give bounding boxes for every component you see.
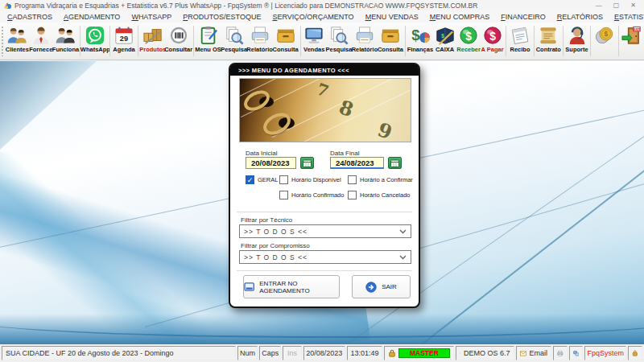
checkbox-unchecked-icon: [279, 191, 288, 200]
status-num-lock: Num: [237, 346, 258, 360]
status-printer[interactable]: [553, 346, 568, 360]
background-decoration: [419, 61, 644, 344]
svg-text:29: 29: [120, 35, 128, 43]
filtro-compromisso-label: Filtrar por Compromisso: [241, 242, 310, 249]
menu-estatistica[interactable]: ESTATISTICA: [609, 12, 644, 22]
toolbar-separator: [300, 26, 301, 56]
svg-text:$: $: [489, 30, 496, 43]
checkbox-horario-disponivel[interactable]: Horário Disponível: [279, 175, 341, 184]
receipt-icon: [510, 24, 530, 47]
network-monitor-icon: [573, 349, 580, 358]
status-network[interactable]: [569, 346, 584, 360]
filtro-compromisso-select[interactable]: >> T O D O S <<: [239, 250, 411, 264]
menu-produtos-estoque[interactable]: PRODUTOS/ESTOQUE: [177, 12, 266, 22]
barcode-circle-icon: [169, 24, 188, 47]
menu-relatorios[interactable]: RELATÓRIOS: [551, 12, 609, 22]
relatorio-os-button[interactable]: Relatório: [247, 23, 273, 60]
data-inicial-label: Data Inicial: [246, 150, 278, 157]
funcionarios-button[interactable]: Funciona: [52, 23, 78, 60]
suporte-button[interactable]: Suporte: [565, 23, 588, 60]
dialog-separator: [237, 270, 412, 272]
toolbar-separator: [590, 26, 591, 56]
padlock-icon: [632, 349, 638, 357]
vendas-button[interactable]: Vendas: [303, 23, 326, 60]
dialog-titlebar[interactable]: >>> MENU DO AGENDAMENTO <<<: [230, 64, 419, 76]
clientes-button[interactable]: Clientes: [6, 23, 29, 60]
chevron-down-icon: [399, 229, 407, 234]
drawer-tray-icon: [381, 24, 400, 47]
coin-button[interactable]: $: [592, 23, 616, 60]
maximize-button[interactable]: ▢: [613, 0, 620, 10]
menubar: CADASTROS AGENDAMENTO WHATSAPP PRODUTOS/…: [0, 10, 644, 23]
relatorio-vendas-button[interactable]: Relatório: [352, 23, 378, 60]
menu-servico-orcamento[interactable]: SERVIÇO/ORÇAMENTO: [266, 12, 359, 22]
status-email[interactable]: Email: [516, 346, 551, 360]
whatsapp-button[interactable]: WhatsApp: [82, 23, 108, 60]
menu-cadastros[interactable]: CADASTROS: [2, 12, 58, 22]
menu-financeiro[interactable]: FINANCEIRO: [495, 12, 551, 22]
exit-door-icon: EXIT: [621, 24, 642, 47]
a-pagar-button[interactable]: $ A Pagar: [481, 23, 504, 60]
entrar-agendamento-button[interactable]: ENTRAR NO AGENDAMENTO: [243, 275, 340, 298]
data-inicial-calendar-button[interactable]: [300, 157, 314, 169]
dollar-red-icon: $: [483, 24, 502, 47]
sair-button[interactable]: SAIR: [352, 275, 411, 298]
photo-number: 7: [314, 79, 331, 101]
chevron-down-icon: [399, 255, 407, 260]
menu-menu-compras[interactable]: MENU COMPRAS: [424, 12, 496, 22]
checkbox-horario-confirmado[interactable]: Horário Confirmado: [279, 191, 344, 200]
titlebar: Programa Vidraçaria e Esquadrias + Estat…: [0, 0, 644, 10]
search-documents-icon: [329, 24, 349, 47]
checkbox-geral[interactable]: ✓ GERAL: [246, 175, 278, 184]
checkbox-horario-cancelado[interactable]: Horário Cancelado: [348, 191, 411, 200]
consultar-barcode-button[interactable]: Consultar: [166, 23, 192, 60]
status-location: SUA CIDADE - UF 20 de Agosto de 2023 - D…: [2, 346, 236, 360]
financas-button[interactable]: $ Finanças: [407, 23, 433, 60]
mini-calendar-icon: [390, 159, 399, 167]
background-decoration: [0, 314, 644, 344]
consulta-os-button[interactable]: Consulta: [273, 23, 299, 60]
printer-report-icon: [250, 24, 270, 47]
app-logo-icon: [3, 2, 11, 10]
filtro-tecnico-select[interactable]: >> T O D O S <<: [239, 224, 411, 238]
produtos-button[interactable]: Produtos: [140, 23, 166, 60]
minimize-button[interactable]: —: [596, 0, 602, 10]
drawer-tray-icon: [276, 24, 295, 47]
caixa-button[interactable]: $ CAIXA: [433, 23, 456, 60]
mini-calendar-icon: [303, 159, 312, 167]
menu-os-button[interactable]: Menu OS: [196, 23, 221, 60]
dialog-title: >>> MENU DO AGENDAMENTO <<<: [238, 67, 349, 74]
photo-number: 9: [375, 117, 396, 142]
toolbar-grip: [1, 26, 5, 56]
product-boxes-icon: [142, 24, 163, 47]
status-insert: Ins: [283, 346, 301, 360]
consulta-vendas-button[interactable]: Consulta: [378, 23, 403, 60]
toolbar-separator: [138, 26, 138, 56]
data-inicial-input[interactable]: 20/08/2023: [246, 157, 296, 169]
menu-whatsapp[interactable]: WHATSAPP: [126, 12, 177, 22]
menu-agendamento[interactable]: AGENDAMENTO: [58, 12, 126, 22]
checkbox-horario-a-confirmar[interactable]: Horário a Confirmar: [348, 175, 413, 184]
contrato-button[interactable]: Contrato: [536, 23, 561, 60]
whatsapp-icon: [85, 24, 105, 47]
svg-text:$: $: [441, 33, 444, 39]
toolbar-separator: [563, 26, 564, 56]
svg-text:$: $: [465, 30, 472, 43]
data-final-input[interactable]: 24/08/2023: [330, 157, 384, 169]
exit-button[interactable]: EXIT: [621, 23, 644, 60]
fornecedores-button[interactable]: Fornece: [29, 23, 52, 60]
receber-button[interactable]: $ Receber: [456, 23, 481, 60]
menu-menu-vendas[interactable]: MENU VENDAS: [360, 12, 424, 22]
toolbar-separator: [405, 26, 406, 56]
status-lock[interactable]: [628, 346, 642, 360]
pesquisa-vendas-button[interactable]: Pesquisa: [326, 23, 352, 60]
agenda-button[interactable]: 29 Agenda: [112, 23, 135, 60]
status-brand: FpqSystem: [584, 346, 626, 360]
close-button[interactable]: ✕: [630, 0, 636, 10]
toolbar-separator: [109, 26, 110, 56]
checkbox-checked-icon: ✓: [246, 175, 254, 184]
pesquisa-os-button[interactable]: Pesquisa: [221, 23, 247, 60]
data-final-calendar-button[interactable]: [388, 157, 402, 169]
recibo-button[interactable]: Recibo: [508, 23, 531, 60]
checkbox-unchecked-icon: [348, 175, 357, 184]
